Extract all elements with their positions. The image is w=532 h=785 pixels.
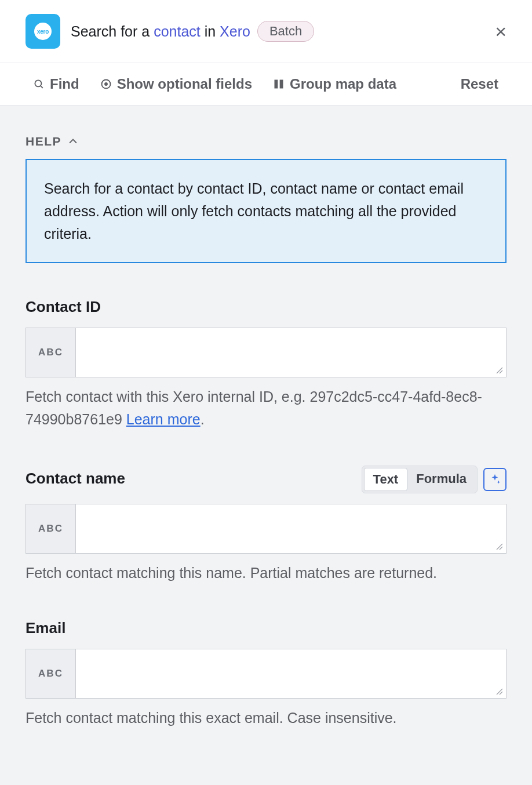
resize-grip-icon[interactable] [495,688,504,696]
title-xero-link[interactable]: Xero [220,23,250,39]
group-map-label: Group map data [290,76,396,92]
toggle-text-option[interactable]: Text [364,468,408,491]
batch-badge: Batch [257,21,314,42]
group-map-button[interactable]: Group map data [273,76,396,92]
contact-id-label: Contact ID [25,298,507,316]
learn-more-link[interactable]: Learn more [126,411,201,427]
chevron-up-icon [67,136,79,147]
svg-line-9 [500,547,502,550]
svg-point-3 [104,82,108,86]
contact-id-input[interactable] [76,328,506,377]
show-optional-label: Show optional fields [117,76,252,92]
resize-grip-icon[interactable] [495,543,504,551]
sparkle-icon [489,473,501,486]
svg-line-7 [500,370,502,373]
toggle-formula-option[interactable]: Formula [407,468,475,491]
svg-line-6 [497,368,502,373]
group-map-icon [273,78,285,90]
eye-icon [100,78,112,90]
panel-header: xero Search for a contact in Xero Batch … [0,0,532,63]
title-prefix: Search for a [71,23,154,39]
email-label: Email [25,619,507,637]
field-contact-id: Contact ID ABC Fetch contact with this X… [25,298,507,431]
title-middle: in [201,23,220,39]
contact-id-hint-text: Fetch contact with this Xero internal ID… [25,388,482,427]
svg-line-8 [497,544,502,550]
text-formula-toggle: Text Formula [362,466,478,493]
find-button[interactable]: Find [34,76,79,92]
contact-name-input[interactable] [76,504,506,553]
show-optional-button[interactable]: Show optional fields [100,76,252,92]
field-email: Email ABC Fetch contact matching this ex… [25,619,507,729]
email-input[interactable] [76,649,506,698]
svg-line-11 [500,692,502,695]
svg-line-1 [41,85,43,88]
title-contact-link[interactable]: contact [154,23,201,39]
find-label: Find [50,76,79,92]
help-text: Search for a contact by contact ID, cont… [44,180,464,242]
app-logo: xero [25,14,60,49]
svg-point-0 [35,80,41,86]
svg-line-10 [497,689,502,695]
abc-type-badge: ABC [26,649,76,698]
email-input-shell: ABC [25,649,507,699]
help-box: Search for a contact by contact ID, cont… [25,159,507,263]
email-hint: Fetch contact matching this exact email.… [25,707,507,729]
content-area: HELP Search for a contact by contact ID,… [0,106,532,775]
contact-id-hint-suffix: . [201,411,205,427]
svg-rect-5 [280,80,283,89]
contact-id-hint: Fetch contact with this Xero internal ID… [25,386,507,431]
contact-id-input-shell: ABC [25,328,507,377]
abc-type-badge: ABC [26,504,76,553]
toolbar: Find Show optional fields Group map data… [0,63,532,106]
resize-grip-icon[interactable] [495,366,504,375]
field-contact-name: Contact name Text Formula ABC Fetch cont… [25,466,507,584]
help-label: HELP [25,135,61,148]
reset-button[interactable]: Reset [461,76,498,92]
svg-rect-4 [275,80,278,89]
ai-suggest-button[interactable] [483,468,507,491]
help-toggle[interactable]: HELP [25,106,507,159]
panel-title: Search for a contact in Xero Batch [71,21,482,42]
search-icon [34,79,45,90]
contact-name-hint: Fetch contact matching this name. Partia… [25,562,507,584]
abc-type-badge: ABC [26,328,76,377]
contact-name-input-shell: ABC [25,504,507,554]
close-icon[interactable]: × [493,21,509,41]
contact-name-label: Contact name [25,470,125,488]
app-logo-text: xero [34,23,52,40]
